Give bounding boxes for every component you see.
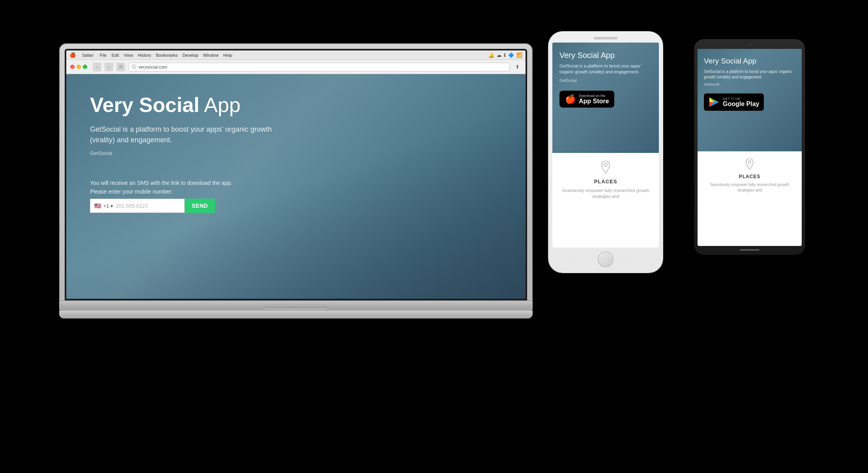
apple-icon: 🍎: [565, 95, 576, 104]
apple-menu-icon[interactable]: 🍎: [69, 52, 76, 58]
menu-window[interactable]: Window: [203, 53, 219, 58]
android-places-icon: [745, 158, 754, 172]
phone-input[interactable]: 🇺🇸 +1 ▾ 201-555-0123: [90, 199, 185, 213]
back-button[interactable]: ‹: [93, 63, 101, 71]
iphone-subtitle: GetSocial is a platform to boost your ap…: [559, 63, 652, 75]
android-camera: [748, 43, 751, 47]
main-scene: 🍎 Safari File Edit View History Bookmark…: [39, 20, 829, 453]
android-places-label: PLACES: [739, 174, 761, 179]
cloud-icon: ☁: [497, 52, 501, 58]
iphone-screen-bottom: PLACES Seamlessly empower fully research…: [552, 153, 659, 208]
android-device: Very Social App GetSocial is a platform …: [694, 39, 805, 255]
app-store-small-text: Download on the: [579, 94, 609, 98]
iphone-title-bold: Very Social: [559, 51, 599, 60]
flag-icon: 🇺🇸: [94, 203, 101, 209]
iphone-screen-top: Very Social App GetSocial is a platform …: [552, 43, 659, 153]
send-button[interactable]: SEND: [185, 199, 215, 213]
sms-notice: You will receive an SMS with the link to…: [90, 180, 502, 186]
site-title-bold: Very Social: [90, 93, 200, 116]
website-overlay: Very Social App GetSocial is a platform …: [90, 94, 502, 213]
google-play-icon: [709, 97, 720, 108]
android-subtitle: GetSocial is a platform to boost your ap…: [704, 69, 795, 80]
svg-point-5: [748, 161, 751, 164]
menubar-right-icons: 🔔 ☁ ℹ 🔷 📶: [488, 52, 522, 58]
site-title-light: App: [200, 93, 241, 116]
menu-edit[interactable]: Edit: [111, 53, 119, 58]
iphone-brand: GetSocial: [559, 78, 652, 83]
menu-file[interactable]: File: [100, 53, 107, 58]
notification-icon: 🔔: [488, 52, 494, 58]
tab-button[interactable]: ⊡: [116, 63, 125, 71]
iphone-body: Very Social App GetSocial is a platform …: [548, 32, 663, 273]
places-label: PLACES: [594, 179, 617, 184]
android-screen-top: Very Social App GetSocial is a platform …: [698, 49, 802, 151]
svg-point-0: [604, 163, 607, 166]
wifi-icon: 📶: [516, 52, 522, 58]
menu-bookmarks[interactable]: Bookmarks: [156, 53, 178, 58]
laptop-screen: 🍎 Safari File Edit View History Bookmark…: [66, 50, 526, 299]
sms-input-row: 🇺🇸 +1 ▾ 201-555-0123 SEND: [90, 199, 502, 213]
android-title: Very Social App: [704, 57, 795, 66]
gplay-small-text: GET IT ON: [723, 97, 759, 101]
menu-help[interactable]: Help: [223, 53, 232, 58]
iphone-screen: Very Social App GetSocial is a platform …: [552, 43, 659, 248]
android-title-light: App: [741, 57, 756, 65]
url-text: verysocial.com: [138, 65, 167, 69]
safari-menu-items: File Edit View History Bookmarks Develop…: [100, 53, 232, 58]
iphone-device: Very Social App GetSocial is a platform …: [548, 32, 663, 273]
address-bar[interactable]: ⓘ verysocial.com: [128, 63, 510, 71]
info-icon: ⓘ: [132, 64, 136, 70]
iphone-speaker: [594, 37, 617, 39]
app-store-text: Download on the App Store: [579, 94, 609, 105]
laptop-body: 🍎 Safari File Edit View History Bookmark…: [59, 43, 533, 301]
safari-toolbar: ‹ › ⊡ ⓘ verysocial.com ⬆: [66, 60, 526, 74]
site-brand: GetSocial: [90, 150, 502, 156]
android-brand: GetSocial: [704, 82, 795, 86]
android-screen-bottom: PLACES Seamlessly empower fully research…: [698, 151, 802, 200]
phone-label: Please enter your mobile number:: [90, 188, 502, 195]
minimize-window-button[interactable]: [77, 65, 81, 69]
android-title-bold: Very Social: [704, 57, 741, 65]
android-screen: Very Social App GetSocial is a platform …: [698, 49, 802, 246]
app-store-button[interactable]: 🍎 Download on the App Store: [559, 91, 614, 108]
android-body: Very Social App GetSocial is a platform …: [694, 39, 805, 255]
app-store-big-text: App Store: [579, 98, 609, 105]
country-code: +1 ▾: [103, 203, 113, 209]
iphone-home-button[interactable]: [598, 251, 614, 267]
traffic-lights: [70, 65, 87, 69]
info-menubar-icon: ℹ: [504, 52, 506, 58]
bluetooth-icon: 🔷: [508, 52, 514, 58]
laptop-base: [59, 311, 533, 318]
iphone-title: Very Social App: [559, 50, 652, 60]
iphone-title-light: App: [599, 51, 615, 60]
places-icon: [600, 161, 611, 176]
google-play-button[interactable]: GET IT ON Google Play: [704, 93, 764, 111]
website-content: Very Social App GetSocial is a platform …: [66, 74, 526, 299]
site-subtitle: GetSocial is a platform to boost your ap…: [90, 124, 279, 145]
sms-section: You will receive an SMS with the link to…: [90, 180, 502, 213]
menu-history[interactable]: History: [138, 53, 151, 58]
iphone-top-bar: [552, 37, 659, 39]
site-title: Very Social App: [90, 94, 502, 116]
android-places-desc: Seamlessly empower fully researched grow…: [704, 182, 795, 193]
safari-menubar: 🍎 Safari File Edit View History Bookmark…: [66, 50, 526, 60]
safari-app-name: Safari: [82, 53, 94, 58]
forward-button[interactable]: ›: [105, 63, 113, 71]
gplay-text: GET IT ON Google Play: [723, 97, 759, 108]
laptop-bezel: 🍎 Safari File Edit View History Bookmark…: [65, 49, 527, 300]
places-desc: Seamlessly empower fully researched grow…: [559, 188, 652, 200]
menu-develop[interactable]: Develop: [182, 53, 198, 58]
close-window-button[interactable]: [70, 65, 75, 69]
laptop-hinge: [264, 307, 327, 310]
maximize-window-button[interactable]: [83, 65, 87, 69]
android-home-bar: [740, 249, 760, 251]
laptop-device: 🍎 Safari File Edit View History Bookmark…: [59, 43, 533, 318]
gplay-big-text: Google Play: [723, 101, 759, 108]
menu-view[interactable]: View: [123, 53, 133, 58]
share-button[interactable]: ⬆: [513, 63, 522, 71]
phone-placeholder: 201-555-0123: [116, 203, 148, 209]
laptop-bottom: [59, 301, 533, 311]
